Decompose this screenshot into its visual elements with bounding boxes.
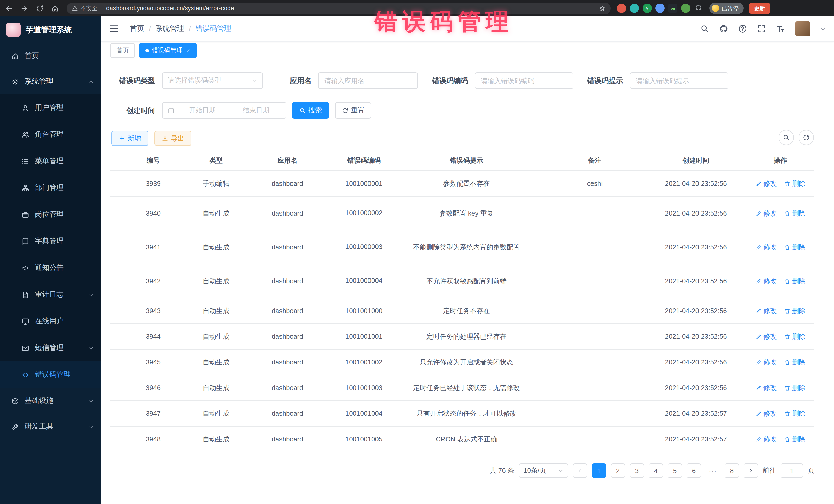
sidebar-item-infrastructure[interactable]: 基础设施 (0, 388, 101, 414)
extension-green-icon[interactable]: V (642, 4, 652, 13)
tab-error-code[interactable]: 错误码管理 (139, 43, 197, 58)
edit-link[interactable]: 修改 (755, 179, 777, 188)
chevron-down-icon[interactable] (820, 26, 826, 31)
cell-type: 自动生成 (196, 426, 236, 452)
delete-link[interactable]: 删除 (784, 435, 806, 444)
edit-link[interactable]: 修改 (755, 306, 777, 315)
delete-link[interactable]: 删除 (784, 357, 806, 367)
filter-type-placeholder: 请选择错误码类型 (168, 76, 221, 85)
url-bar[interactable]: 不安全 dashboard.yudao.iocoder.cn/system/er… (67, 2, 611, 14)
pager-page-6[interactable]: 6 (687, 463, 701, 478)
table-refresh-button[interactable] (798, 130, 814, 145)
sidebar-item-users[interactable]: 用户管理 (0, 94, 101, 121)
cell-id: 3943 (110, 298, 196, 324)
paused-badge[interactable]: 已暂停 (709, 3, 744, 14)
extension-leaf-icon[interactable] (681, 4, 690, 13)
cell-code: 1001001003 (339, 375, 389, 400)
sidebar-item-menus[interactable]: 菜单管理 (0, 148, 101, 175)
fullscreen-icon[interactable] (757, 24, 766, 34)
export-button[interactable]: 导出 (154, 131, 192, 146)
pager: 123456···8 (592, 463, 739, 478)
pager-ellipsis[interactable]: ··· (706, 463, 720, 478)
table-header-row: 编号 类型 应用名 错误码编码 错误码提示 备注 创建时间 操作 (110, 151, 814, 171)
close-icon[interactable] (186, 48, 191, 53)
prev-page-button[interactable] (573, 463, 587, 478)
delete-link[interactable]: 删除 (784, 409, 806, 418)
add-button[interactable]: 新增 (111, 131, 148, 146)
sidebar-item-dev-tools[interactable]: 研发工具 (0, 414, 101, 439)
sidebar-item-dictionary[interactable]: 字典管理 (0, 228, 101, 255)
browser-update-button[interactable]: 更新 (749, 3, 770, 14)
extension-red-icon[interactable] (617, 4, 626, 13)
delete-link[interactable]: 删除 (784, 209, 806, 218)
code-icon (22, 371, 29, 378)
delete-link[interactable]: 删除 (784, 332, 806, 341)
filter-code-input[interactable] (475, 72, 573, 89)
filter-app-input[interactable] (318, 72, 418, 89)
pager-page-2[interactable]: 2 (611, 463, 625, 478)
search-icon (783, 134, 790, 141)
next-page-button[interactable] (744, 463, 758, 478)
pager-page-3[interactable]: 3 (630, 463, 644, 478)
delete-link[interactable]: 删除 (784, 179, 806, 188)
sidebar-item-notice[interactable]: 通知公告 (0, 255, 101, 281)
delete-link[interactable]: 删除 (784, 277, 806, 286)
help-icon[interactable] (738, 24, 747, 34)
user-avatar[interactable] (795, 21, 810, 37)
edit-link[interactable]: 修改 (755, 409, 777, 418)
filter-hint-input[interactable] (630, 72, 728, 89)
extensions-puzzle-icon[interactable] (694, 4, 703, 13)
tab-home[interactable]: 首页 (110, 43, 135, 58)
edit-link[interactable]: 修改 (755, 277, 777, 286)
browser-reload-icon[interactable] (33, 2, 46, 15)
breadcrumb-home[interactable]: 首页 (130, 24, 144, 34)
home-icon (11, 52, 19, 60)
browser-forward-icon[interactable] (18, 2, 31, 15)
sidebar-item-audit-log[interactable]: 审计日志 (0, 281, 101, 308)
sidebar-item-system[interactable]: 系统管理 (0, 69, 101, 94)
extension-on-badge[interactable]: on (668, 4, 678, 13)
delete-link[interactable]: 删除 (784, 383, 806, 392)
sidebar-item-departments[interactable]: 部门管理 (0, 175, 101, 201)
filter-date-range[interactable]: 开始日期 - 结束日期 (162, 102, 286, 118)
search-icon (299, 107, 306, 114)
collapse-menu-icon[interactable] (108, 23, 119, 35)
table-search-button[interactable] (778, 130, 794, 145)
extension-teal-icon[interactable] (630, 4, 639, 13)
edit-link[interactable]: 修改 (755, 435, 777, 444)
pager-page-8[interactable]: 8 (725, 463, 739, 478)
bookmark-star-icon[interactable] (599, 5, 606, 12)
edit-icon (755, 180, 761, 187)
browser-home-icon[interactable] (48, 2, 62, 15)
trash-icon (784, 385, 790, 391)
page-size-select[interactable]: 10条/页 (519, 463, 568, 478)
sidebar-item-online-users[interactable]: 在线用户 (0, 308, 101, 335)
delete-link[interactable]: 删除 (784, 306, 806, 315)
delete-link[interactable]: 删除 (784, 242, 806, 252)
sidebar-item-posts[interactable]: 岗位管理 (0, 201, 101, 228)
edit-link[interactable]: 修改 (755, 209, 777, 218)
breadcrumb-system[interactable]: 系统管理 (155, 24, 184, 34)
edit-link[interactable]: 修改 (755, 332, 777, 341)
filter-type-select[interactable]: 请选择错误码类型 (162, 72, 263, 89)
font-size-icon[interactable] (776, 24, 785, 34)
browser-back-icon[interactable] (2, 2, 15, 15)
column-header-remark: 备注 (544, 151, 646, 171)
sidebar-item-error-code[interactable]: 错误码管理 (0, 361, 101, 388)
extension-blue-icon[interactable] (655, 4, 665, 13)
pager-page-4[interactable]: 4 (649, 463, 663, 478)
breadcrumb: 首页 / 系统管理 / 错误码管理 (130, 24, 232, 34)
search-button[interactable]: 搜索 (292, 102, 329, 118)
search-icon[interactable] (700, 24, 709, 34)
github-icon[interactable] (719, 24, 728, 34)
edit-link[interactable]: 修改 (755, 357, 777, 367)
pager-page-1[interactable]: 1 (592, 463, 606, 478)
sidebar-item-roles[interactable]: 角色管理 (0, 121, 101, 148)
edit-link[interactable]: 修改 (755, 383, 777, 392)
sidebar-item-sms[interactable]: 短信管理 (0, 335, 101, 361)
edit-link[interactable]: 修改 (755, 242, 777, 252)
reset-button[interactable]: 重置 (335, 102, 371, 118)
pager-page-5[interactable]: 5 (668, 463, 682, 478)
sidebar-item-home[interactable]: 首页 (0, 43, 101, 69)
goto-page-input[interactable] (781, 463, 803, 478)
